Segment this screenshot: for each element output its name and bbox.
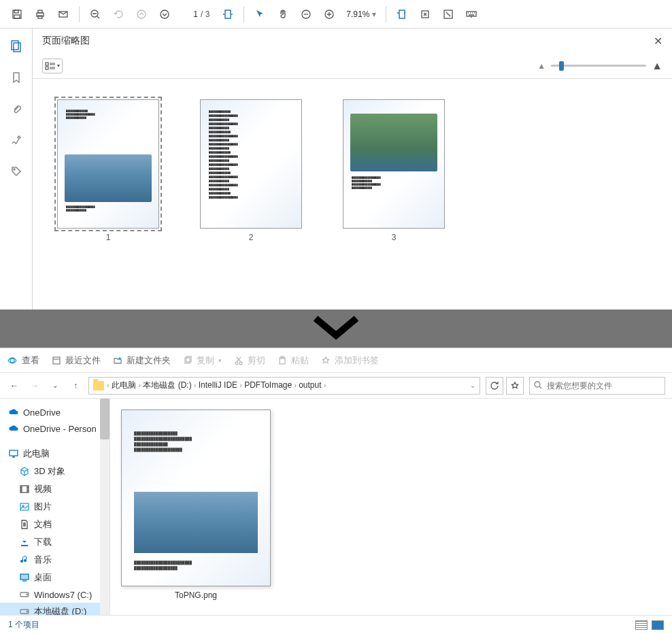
pdf-viewer-pane: / 3 7.91%▾ 页面缩略图 ✕ bbox=[0, 0, 672, 310]
refresh-icon[interactable] bbox=[486, 377, 503, 395]
up-icon[interactable]: ↑ bbox=[68, 378, 83, 393]
tree-item-label: OneDrive bbox=[23, 407, 61, 418]
tree-item-label: 本地磁盘 (D:) bbox=[34, 605, 86, 615]
breadcrumb-segment[interactable]: 本地磁盘 (D:) bbox=[143, 380, 191, 390]
thumbnail-item[interactable]: ████████████████████████████████████████… bbox=[57, 99, 159, 242]
svg-rect-2 bbox=[14, 15, 20, 18]
tree-item[interactable]: 本地磁盘 (D:) bbox=[0, 603, 110, 615]
tree-item-label: 下载 bbox=[34, 536, 52, 548]
thumbnail-label: 1 bbox=[106, 233, 111, 242]
search-input[interactable] bbox=[547, 381, 660, 390]
thumbnail-label: 3 bbox=[392, 233, 397, 242]
svg-rect-17 bbox=[12, 41, 18, 50]
hand-icon[interactable] bbox=[273, 4, 293, 24]
forward-icon[interactable]: → bbox=[27, 378, 42, 393]
explorer-content: ████████████████████████████████████████… bbox=[110, 399, 672, 615]
item-count-label: 1 个项目 bbox=[8, 619, 39, 631]
thumbnail-item[interactable]: ████████████████████████████████████████… bbox=[343, 99, 445, 242]
select-icon[interactable] bbox=[250, 4, 270, 24]
new-folder-button[interactable]: 新建文件夹 bbox=[113, 354, 171, 367]
page-number-input[interactable] bbox=[178, 10, 198, 19]
fit-width-icon[interactable] bbox=[218, 4, 238, 24]
tree-item-label: 音乐 bbox=[34, 554, 52, 566]
tree-item[interactable]: OneDrive bbox=[0, 404, 110, 420]
tree-item[interactable]: 文档 bbox=[0, 516, 110, 533]
svg-rect-5 bbox=[38, 16, 42, 18]
svg-point-30 bbox=[535, 382, 540, 387]
view-button[interactable]: 查看 bbox=[7, 354, 39, 367]
file-item[interactable]: ████████████████████████████████████████… bbox=[121, 410, 271, 600]
thumbnail-zoom-slider[interactable] bbox=[551, 65, 646, 67]
svg-rect-23 bbox=[53, 357, 60, 364]
breadcrumb-segment[interactable]: 此电脑 bbox=[112, 380, 136, 390]
print-icon[interactable] bbox=[30, 4, 50, 24]
tree-item[interactable]: OneDrive - Person bbox=[0, 420, 110, 437]
zoom-out-icon[interactable] bbox=[85, 4, 105, 24]
disk-icon bbox=[19, 589, 30, 600]
save-icon[interactable] bbox=[7, 4, 27, 24]
tree-item[interactable]: 视频 bbox=[0, 480, 110, 498]
rotate-icon[interactable] bbox=[392, 4, 412, 24]
icons-view-icon[interactable] bbox=[652, 620, 664, 630]
breadcrumb-segment[interactable]: IntelliJ IDE bbox=[199, 380, 237, 390]
email-icon[interactable] bbox=[53, 4, 73, 24]
fit-page-icon[interactable] bbox=[415, 4, 435, 24]
tree-item[interactable]: 下载 bbox=[0, 533, 110, 551]
thumbnail-view-toggle[interactable]: ▾ bbox=[42, 59, 63, 73]
search-box[interactable] bbox=[529, 377, 665, 395]
attachment-tab-icon[interactable] bbox=[5, 98, 27, 120]
tag-tab-icon[interactable] bbox=[5, 161, 27, 182]
bookmark-tab-icon[interactable] bbox=[5, 67, 27, 88]
tree-item-label: 3D 对象 bbox=[34, 465, 65, 478]
file-thumbnail: ████████████████████████████████████████… bbox=[121, 410, 271, 586]
tree-item[interactable]: 此电脑 bbox=[0, 445, 110, 463]
cube-icon bbox=[19, 466, 30, 477]
cloud-icon bbox=[8, 407, 19, 418]
breadcrumb-segment[interactable]: PDFToImage bbox=[244, 380, 292, 390]
thumbnails-tab-icon[interactable] bbox=[5, 35, 27, 57]
tree-item[interactable]: Windows7 (C:) bbox=[0, 586, 110, 603]
svg-rect-21 bbox=[46, 67, 48, 69]
breadcrumb[interactable]: › 此电脑 › 本地磁盘 (D:) › IntelliJ IDE › PDFTo… bbox=[88, 377, 480, 395]
zoom-plus-icon[interactable] bbox=[319, 4, 339, 24]
tree-item-label: 图片 bbox=[34, 501, 52, 513]
panel-title: 页面缩略图 bbox=[42, 35, 90, 47]
tree-scrollbar[interactable] bbox=[100, 399, 110, 615]
explorer-tree: OneDriveOneDrive - Person此电脑3D 对象视频图片文档下… bbox=[0, 399, 110, 615]
file-explorer-pane: 查看 最近文件 新建文件夹 复制▾ 剪切 粘贴 添加到书签 ← → ⌄ ↑ › … bbox=[0, 348, 672, 634]
page-down-icon[interactable] bbox=[154, 4, 175, 24]
zoom-select[interactable]: 7.91%▾ bbox=[346, 10, 376, 19]
close-panel-icon[interactable]: ✕ bbox=[654, 35, 662, 48]
svg-rect-4 bbox=[38, 10, 42, 13]
keyboard-icon[interactable] bbox=[461, 4, 482, 24]
svg-rect-35 bbox=[20, 574, 29, 580]
bookmark-button: 添加到书签 bbox=[321, 354, 379, 367]
history-dropdown-icon[interactable]: ⌄ bbox=[48, 378, 63, 393]
svg-point-8 bbox=[137, 10, 146, 18]
fullscreen-icon[interactable] bbox=[438, 4, 458, 24]
tree-item[interactable]: 音乐 bbox=[0, 551, 110, 569]
thumbnail-item[interactable]: ████████████████████████████████████████… bbox=[200, 99, 302, 242]
details-view-icon[interactable] bbox=[635, 620, 648, 630]
recent-button[interactable]: 最近文件 bbox=[52, 354, 101, 367]
tree-item[interactable]: 图片 bbox=[0, 498, 110, 516]
zoom-small-icon: ▲ bbox=[537, 61, 545, 71]
signature-tab-icon[interactable] bbox=[5, 129, 27, 151]
svg-rect-13 bbox=[399, 10, 405, 18]
back-icon[interactable]: ← bbox=[7, 378, 22, 393]
tree-item-label: 此电脑 bbox=[23, 448, 50, 460]
disk-icon bbox=[19, 606, 30, 615]
favorite-icon[interactable] bbox=[506, 377, 524, 395]
pdf-toolbar: / 3 7.91%▾ bbox=[0, 0, 672, 29]
undo-icon[interactable] bbox=[108, 4, 129, 24]
breadcrumb-segment[interactable]: output bbox=[299, 380, 321, 390]
page-up-icon[interactable] bbox=[131, 4, 152, 24]
tree-item[interactable]: 3D 对象 bbox=[0, 463, 110, 480]
download-icon bbox=[19, 537, 30, 548]
svg-rect-25 bbox=[186, 356, 191, 362]
svg-rect-1 bbox=[14, 10, 18, 13]
svg-point-37 bbox=[27, 594, 28, 595]
zoom-minus-icon[interactable] bbox=[296, 4, 316, 24]
tree-item[interactable]: 桌面 bbox=[0, 569, 110, 586]
svg-point-22 bbox=[10, 358, 14, 363]
